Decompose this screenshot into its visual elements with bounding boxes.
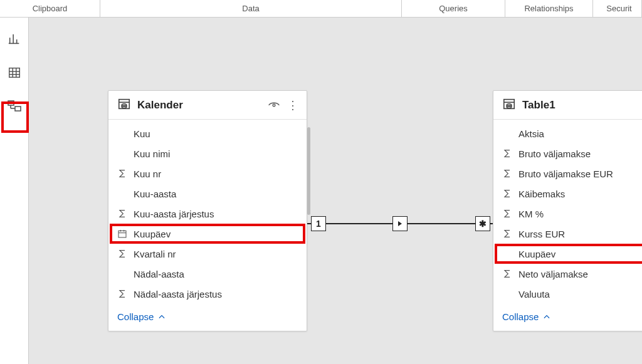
field-label: Valuuta xyxy=(518,289,550,299)
field-label: Bruto väljamakse xyxy=(518,148,591,159)
report-view-icon[interactable] xyxy=(4,29,24,49)
sigma-icon xyxy=(502,189,518,199)
table-icon xyxy=(502,97,516,113)
ribbon-group-clipboard[interactable]: Clipboard xyxy=(0,0,100,17)
ribbon-group-data[interactable]: Data xyxy=(100,0,402,17)
visibility-icon[interactable] xyxy=(268,99,280,112)
date-icon xyxy=(117,229,134,239)
collapse-label: Collapse xyxy=(117,311,154,322)
field-row[interactable]: Kuu nr xyxy=(108,164,307,184)
sigma-icon xyxy=(117,289,134,299)
field-label: Nädal-aasta järjestus xyxy=(134,289,222,299)
svg-rect-9 xyxy=(8,101,14,105)
more-options-icon[interactable]: ⋮ xyxy=(287,99,299,112)
field-list: KuuKuu nimiKuu nrKuu-aastaKuu-aasta järj… xyxy=(108,120,307,305)
svg-rect-4 xyxy=(9,68,19,78)
field-label: Kuu nimi xyxy=(134,148,170,159)
field-label: Kuu-aasta xyxy=(134,189,176,199)
field-row[interactable]: Valuuta xyxy=(493,284,642,304)
field-row[interactable]: Käibemaks xyxy=(493,184,642,204)
field-label: Kuu-aasta järjestus xyxy=(134,209,214,219)
ribbon-group-security[interactable]: Securit xyxy=(593,0,642,17)
ribbon-group-queries[interactable]: Queries xyxy=(402,0,505,17)
svg-point-20 xyxy=(273,104,275,107)
model-view-icon[interactable] xyxy=(4,96,24,117)
field-label: Kurss EUR xyxy=(518,229,565,239)
field-label: Kuu xyxy=(134,128,150,139)
field-row[interactable]: Nädal-aasta järjestus xyxy=(108,284,307,304)
collapse-button[interactable]: Collapse xyxy=(502,311,551,322)
field-row[interactable]: Aktsia xyxy=(493,123,642,143)
view-rail xyxy=(0,18,29,364)
model-canvas[interactable]: 1 ✱ Kalender ⋮ KuuKuu nimiKuu nrKuu-aast… xyxy=(29,18,642,364)
table-icon xyxy=(117,97,131,113)
sigma-icon xyxy=(502,229,518,239)
relationship-cardinality-left: 1 xyxy=(311,216,326,231)
table-title: Kalender xyxy=(137,99,261,112)
table-card-kalender[interactable]: Kalender ⋮ KuuKuu nimiKuu nrKuu-aastaKuu… xyxy=(108,90,307,331)
sigma-icon xyxy=(117,169,134,179)
table-card-header: Kalender ⋮ xyxy=(108,91,307,120)
field-row[interactable]: Kuu-aasta järjestus xyxy=(108,204,307,224)
field-row[interactable]: Kuu nimi xyxy=(108,143,307,164)
svg-marker-13 xyxy=(398,221,402,226)
field-row[interactable]: Nädal-aasta xyxy=(108,264,307,284)
sigma-icon xyxy=(502,169,518,179)
field-row[interactable]: Bruto väljamakse EUR xyxy=(493,164,642,184)
field-label: Aktsia xyxy=(518,128,544,139)
field-row[interactable]: KM % xyxy=(493,204,642,224)
field-row[interactable]: Kvartali nr xyxy=(108,244,307,264)
field-row[interactable]: Bruto väljamakse xyxy=(493,143,642,164)
field-row[interactable]: Kuu-aasta xyxy=(108,184,307,204)
relationship-cardinality-right: ✱ xyxy=(475,216,490,231)
data-view-icon[interactable] xyxy=(4,63,24,83)
field-label: Nädal-aasta xyxy=(134,269,184,279)
field-label: Käibemaks xyxy=(518,189,565,199)
sigma-icon xyxy=(117,209,134,219)
scrollbar-thumb[interactable] xyxy=(307,127,310,215)
collapse-label: Collapse xyxy=(502,311,539,322)
sigma-icon xyxy=(502,269,518,279)
field-label: KM % xyxy=(518,209,544,219)
collapse-button[interactable]: Collapse xyxy=(117,311,166,322)
field-label: Kvartali nr xyxy=(134,249,176,259)
field-row[interactable]: Neto väljamakse xyxy=(493,264,642,284)
table-card-header: Table1 xyxy=(493,91,642,120)
field-label: Kuupäev xyxy=(134,229,171,239)
field-label: Kuupäev xyxy=(518,249,555,259)
field-list: AktsiaBruto väljamakseBruto väljamakse E… xyxy=(493,120,642,305)
svg-rect-21 xyxy=(118,231,126,237)
field-label: Kuu nr xyxy=(134,169,161,179)
field-row[interactable]: Kuupäev xyxy=(108,224,307,244)
ribbon-group-relationships[interactable]: Relationships xyxy=(505,0,593,17)
field-row[interactable]: Kuupäev xyxy=(493,244,642,264)
sigma-icon xyxy=(502,209,518,219)
field-label: Neto väljamakse xyxy=(518,269,588,279)
table-card-table1[interactable]: Table1 AktsiaBruto väljamakseBruto välja… xyxy=(493,90,642,331)
sigma-icon xyxy=(502,148,518,159)
sigma-icon xyxy=(117,249,134,259)
field-label: Bruto väljamakse EUR xyxy=(518,169,613,179)
ribbon-group-row: Clipboard Data Queries Relationships Sec… xyxy=(0,0,642,18)
table-title: Table1 xyxy=(522,99,641,112)
field-row[interactable]: Kuu xyxy=(108,123,307,143)
relationship-direction-icon[interactable] xyxy=(392,216,408,231)
svg-rect-10 xyxy=(15,107,21,111)
field-row[interactable]: Kurss EUR xyxy=(493,224,642,244)
